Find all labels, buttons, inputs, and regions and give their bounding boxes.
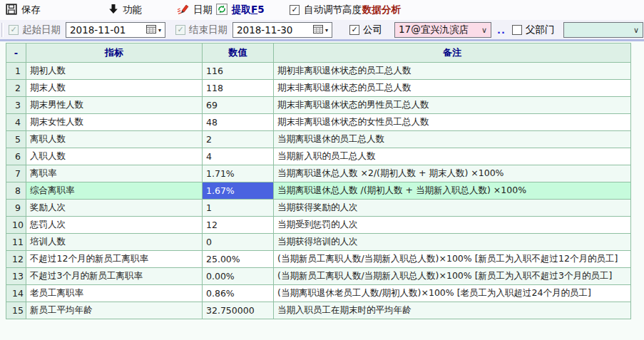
table-row: 9奖励人次1当期获得奖励的人次 <box>6 200 631 217</box>
save-button[interactable]: 保存 <box>6 0 41 20</box>
pencil-icon <box>177 4 189 17</box>
start-date-field[interactable]: 2018-11-01 ▾ <box>66 22 165 38</box>
date-label: 日期 <box>193 5 213 15</box>
remark-cell[interactable]: 当期获得培训的人次 <box>274 234 631 251</box>
dots-button[interactable]: .. <box>497 20 506 40</box>
remark-cell[interactable]: 当期离职退休的员工总人数 <box>274 131 631 148</box>
table-row: 15新员工平均年龄32.750000当期入职员工在期末时的平均年龄 <box>6 302 631 319</box>
metric-cell[interactable]: 期末男性人数 <box>26 97 203 114</box>
metric-cell[interactable]: 期末女性人数 <box>26 114 203 131</box>
chevron-down-icon[interactable]: ∨ <box>633 26 639 35</box>
extract-button[interactable]: 提取F5 <box>216 0 265 20</box>
dropdown-arrow-icon[interactable]: ▾ <box>325 27 328 34</box>
table-row: 5离职人数2当期离职退休的员工总人数 <box>6 131 631 148</box>
remark-cell[interactable]: 期末非离职退休状态的男性员工总人数 <box>274 97 631 114</box>
parent-dept-select[interactable]: ∨ <box>563 22 643 38</box>
header-value[interactable]: 数值 <box>203 43 274 63</box>
dropdown-arrow-icon[interactable]: ▾ <box>158 27 161 34</box>
header-corner[interactable]: - <box>6 43 26 63</box>
metric-cell[interactable]: 新员工平均年龄 <box>26 302 203 319</box>
table-row: 11培训人数0当期获得培训的人次 <box>6 234 631 251</box>
metric-cell[interactable]: 期末人数 <box>26 80 203 97</box>
remark-cell[interactable]: 期末非离职退休状态的女性员工总人数 <box>274 114 631 131</box>
value-cell[interactable]: 69 <box>203 97 274 114</box>
row-number-cell[interactable]: 8 <box>6 182 26 200</box>
chevron-down-icon[interactable]: ∨ <box>481 26 487 35</box>
metric-cell[interactable]: 培训人数 <box>26 234 203 251</box>
row-number-cell[interactable]: 3 <box>6 97 26 114</box>
metric-cell[interactable]: 离职率 <box>26 165 203 182</box>
remark-cell[interactable]: (当期离职退休老员工人数/期初人数)×100% [老员工为入职超过24个月的员工… <box>274 285 631 302</box>
value-cell[interactable]: 1.71% <box>203 165 274 182</box>
value-cell[interactable]: 48 <box>203 114 274 131</box>
remark-cell[interactable]: (当期新员工离职人数/当期新入职总人数)×100% [新员工为入职不超过12个月… <box>274 251 631 268</box>
header-remark[interactable]: 备注 <box>274 43 631 63</box>
end-date-checkbox[interactable]: ✓ <box>175 25 185 35</box>
function-button[interactable]: 功能 <box>108 0 142 20</box>
metric-cell[interactable]: 入职人数 <box>26 148 203 165</box>
remark-cell[interactable]: 当期受到惩罚的人次 <box>274 217 631 234</box>
parent-dept-label: 父部门 <box>526 24 555 36</box>
metric-cell[interactable]: 惩罚人次 <box>26 217 203 234</box>
row-number-cell[interactable]: 12 <box>6 251 26 268</box>
metric-cell[interactable]: 不超过3个月的新员工离职率 <box>26 268 203 285</box>
row-number-cell[interactable]: 5 <box>6 131 26 148</box>
row-number-cell[interactable]: 1 <box>6 63 26 80</box>
remark-cell[interactable]: 当期获得奖励的人次 <box>274 200 631 217</box>
value-cell[interactable]: 0.86% <box>203 285 274 302</box>
date-button[interactable]: 日期 <box>177 0 213 20</box>
row-number-cell[interactable]: 11 <box>6 234 26 251</box>
header-metric[interactable]: 指标 <box>26 43 203 63</box>
company-select[interactable]: 17@宜兴氿滨店 ∨ <box>394 22 491 38</box>
filter-bar: ✓ 起始日期 2018-11-01 ▾ ✓ 结束日期 2018-11- <box>0 20 644 40</box>
table-row: 8综合离职率1.67%当期离职退休总人数 /(期初人数 + 当期新入职总人数) … <box>6 182 631 200</box>
table-row: 2期末人数118期末非离职退休状态的员工总人数 <box>6 80 631 97</box>
value-cell[interactable]: 12 <box>203 217 274 234</box>
metric-cell[interactable]: 综合离职率 <box>26 182 203 200</box>
company-value: 17@宜兴氿滨店 <box>399 24 481 36</box>
metric-cell[interactable]: 老员工离职率 <box>26 285 203 302</box>
table-row: 4期末女性人数48期末非离职退休状态的女性员工总人数 <box>6 114 631 131</box>
row-number-cell[interactable]: 10 <box>6 217 26 234</box>
row-number-cell[interactable]: 14 <box>6 285 26 302</box>
value-cell[interactable]: 25.00% <box>203 251 274 268</box>
row-number-cell[interactable]: 2 <box>6 80 26 97</box>
row-number-cell[interactable]: 7 <box>6 165 26 182</box>
auto-height-toggle[interactable]: ✓ 自动调节高度 <box>290 0 362 20</box>
row-number-cell[interactable]: 6 <box>6 148 26 165</box>
value-cell[interactable]: 32.750000 <box>203 302 274 319</box>
remark-cell[interactable]: 期初非离职退休状态的员工总人数 <box>274 63 631 80</box>
row-number-cell[interactable]: 15 <box>6 302 26 319</box>
auto-height-checkbox[interactable]: ✓ <box>290 5 300 15</box>
parent-dept-checkbox[interactable] <box>512 25 522 35</box>
remark-cell[interactable]: 当期离职退休总人数 /(期初人数 + 当期新入职总人数) ×100% <box>274 182 631 200</box>
save-icon <box>6 4 17 17</box>
remark-cell[interactable]: 当期新入职的员工总人数 <box>274 148 631 165</box>
row-number-cell[interactable]: 4 <box>6 114 26 131</box>
metric-cell[interactable]: 离职人数 <box>26 131 203 148</box>
data-analysis-button[interactable]: 数据分析 <box>362 0 401 20</box>
end-date-field[interactable]: 2018-11-30 ▾ <box>232 22 332 38</box>
value-cell[interactable]: 4 <box>203 148 274 165</box>
row-number-cell[interactable]: 9 <box>6 200 26 217</box>
value-cell[interactable]: 118 <box>203 80 274 97</box>
calendar-icon <box>313 24 323 36</box>
remark-cell[interactable]: 当期离职退休总人数 ×2/(期初人数 + 期末人数) ×100% <box>274 165 631 182</box>
remark-cell[interactable]: 当期入职员工在期末时的平均年龄 <box>274 302 631 319</box>
company-checkbox[interactable]: ✓ <box>349 25 359 35</box>
metric-cell[interactable]: 奖励人次 <box>26 200 203 217</box>
check-icon: ✓ <box>10 26 16 34</box>
remark-cell[interactable]: 期末非离职退休状态的员工总人数 <box>274 80 631 97</box>
metric-cell[interactable]: 不超过12个月的新员工离职率 <box>26 251 203 268</box>
value-cell[interactable]: 2 <box>203 131 274 148</box>
value-cell[interactable]: 1 <box>203 200 274 217</box>
value-cell[interactable]: 116 <box>203 63 274 80</box>
start-date-checkbox[interactable]: ✓ <box>9 25 19 35</box>
extract-label: 提取F5 <box>232 5 265 15</box>
value-cell[interactable]: 0.00% <box>203 268 274 285</box>
metric-cell[interactable]: 期初人数 <box>26 63 203 80</box>
value-cell[interactable]: 0 <box>203 234 274 251</box>
value-cell[interactable]: 1.67% <box>203 182 274 200</box>
row-number-cell[interactable]: 13 <box>6 268 26 285</box>
remark-cell[interactable]: (当期新员工离职人数/当期新入职总人数)×100% [新员工为入职不超过3个月的… <box>274 268 631 285</box>
